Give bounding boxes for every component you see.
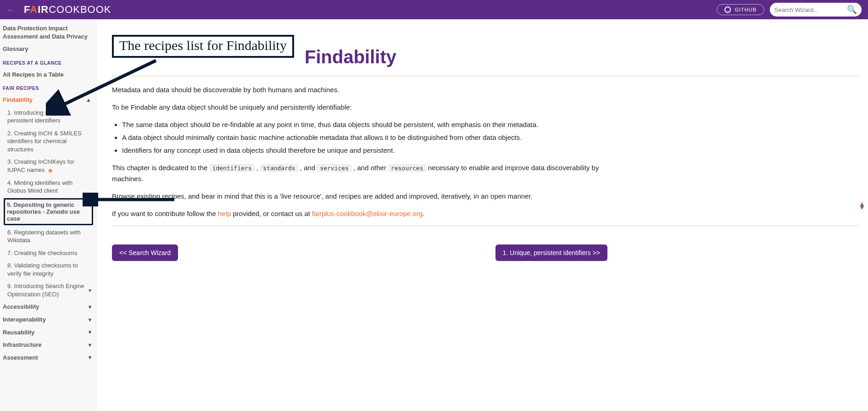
sidebar-subitem[interactable]: 2. Creating InChI & SMILES identifiers f… <box>0 127 96 156</box>
code-chip: standards <box>260 164 298 172</box>
sidebar-subitem[interactable]: 8. Validating checksums to verify file i… <box>0 259 96 280</box>
help-link[interactable]: help <box>218 210 231 217</box>
sidebar-label: Findability <box>3 96 33 104</box>
pager: << Search Wizard 1. Unique, persistent i… <box>112 244 607 261</box>
github-link[interactable]: GITHUB <box>717 4 764 15</box>
search-box[interactable]: 🔍 <box>770 3 862 17</box>
sidebar-item[interactable]: Data Protection Impact Assessment and Da… <box>0 22 96 43</box>
sidebar-section-title: FAIR RECIPES <box>0 81 96 94</box>
logo-letter-f: F <box>24 4 30 15</box>
paragraph: If you want to contribute follow the hel… <box>112 208 607 219</box>
code-chip: identifiers <box>210 164 255 172</box>
chevron-up-icon: ▲ <box>86 96 91 104</box>
circle-play-icon: ◉ <box>48 167 53 173</box>
sidebar-item-reusability[interactable]: Reusability▾ <box>0 326 96 339</box>
paragraph: To be Findable any data object should be… <box>112 102 607 113</box>
paragraph: Metadata and data should be discoverable… <box>112 84 607 95</box>
chevron-down-icon: ▾ <box>89 316 91 323</box>
main-content: The recipes list for Findability Findabi… <box>96 19 868 411</box>
github-icon <box>724 6 731 13</box>
chevron-down-icon: ▾ <box>89 328 91 336</box>
pager-prev-button[interactable]: << Search Wizard <box>112 244 178 261</box>
site-logo[interactable]: FAIRCOOKBOOK <box>24 4 111 16</box>
sidebar-subitem[interactable]: 7. Creating file checksums <box>0 247 96 260</box>
sidebar: Data Protection Impact Assessment and Da… <box>0 19 96 411</box>
code-chip: resources <box>388 164 426 172</box>
bullet-list: The same data object should be re-findab… <box>122 119 607 156</box>
contact-email-link[interactable]: fairplus-cookbook@elixir-europe.org <box>312 210 423 217</box>
sidebar-item-all-recipes[interactable]: All Recipes In a Table <box>0 68 96 81</box>
logo-letter-ir: IR <box>38 4 49 15</box>
sidebar-item-interoperability[interactable]: Interoperability▾ <box>0 313 96 326</box>
sidebar-subitem-highlighted[interactable]: 5. Depositing to generic repositories - … <box>4 198 93 225</box>
logo-letter-a: A <box>30 4 38 15</box>
sidebar-subitem[interactable]: 6. Registering datasets with Wikidata <box>0 226 96 247</box>
search-icon[interactable]: 🔍 <box>847 5 857 15</box>
sidebar-subitem[interactable]: 4. Minting identifiers with Globus Minid… <box>0 177 96 197</box>
chevron-down-icon: ▼ <box>859 206 865 209</box>
sidebar-item-assessment[interactable]: Assessment▾ <box>0 351 96 364</box>
github-label: GITHUB <box>734 7 757 12</box>
list-item: Identifiers for any concept used in data… <box>122 145 607 156</box>
paragraph: Browse existing recipes, and bear in min… <box>112 191 607 202</box>
sidebar-item-infrastructure[interactable]: Infrastructure▾ <box>0 339 96 351</box>
chevron-down-icon: ▾ <box>89 287 91 294</box>
sidebar-subitem[interactable]: 1. Introducing unique, persistent identi… <box>0 106 96 127</box>
logo-cookbook: COOKBOOK <box>49 4 111 15</box>
sidebar-item-accessibility[interactable]: Accessibility▾ <box>0 300 96 313</box>
chevron-down-icon: ▾ <box>89 341 91 349</box>
sidebar-item[interactable]: Glossary <box>0 43 96 56</box>
chevron-down-icon: ▾ <box>89 303 91 311</box>
list-item: A data object should minimally contain b… <box>122 132 607 143</box>
back-arrow-icon[interactable]: ← <box>6 5 16 15</box>
topbar: ← FAIRCOOKBOOK GITHUB 🔍 <box>0 0 868 19</box>
search-input[interactable] <box>774 6 843 13</box>
divider <box>112 76 859 76</box>
chevron-down-icon: ▾ <box>89 354 91 361</box>
paragraph: This chapter is dedicated to the identif… <box>112 162 607 184</box>
sidebar-item-findability[interactable]: Findability ▲ <box>0 94 96 106</box>
annotation-label-box: The recipes list for Findability <box>112 35 294 58</box>
list-item: The same data object should be re-findab… <box>122 119 607 130</box>
pager-next-button[interactable]: 1. Unique, persistent identifiers >> <box>495 244 607 261</box>
sidebar-subitem[interactable]: 3. Creating InChIKeys for IUPAC names ◉ <box>0 156 96 176</box>
code-chip: services <box>317 164 351 172</box>
scroll-widget[interactable]: ▲ ▼ <box>857 199 867 212</box>
sidebar-subitem[interactable]: 9. Introducing Search Engine Optimizatio… <box>0 280 96 300</box>
divider <box>112 226 859 226</box>
sidebar-section-title: RECIPES AT A GLANCE <box>0 56 96 68</box>
page-title: Findability <box>305 47 859 67</box>
